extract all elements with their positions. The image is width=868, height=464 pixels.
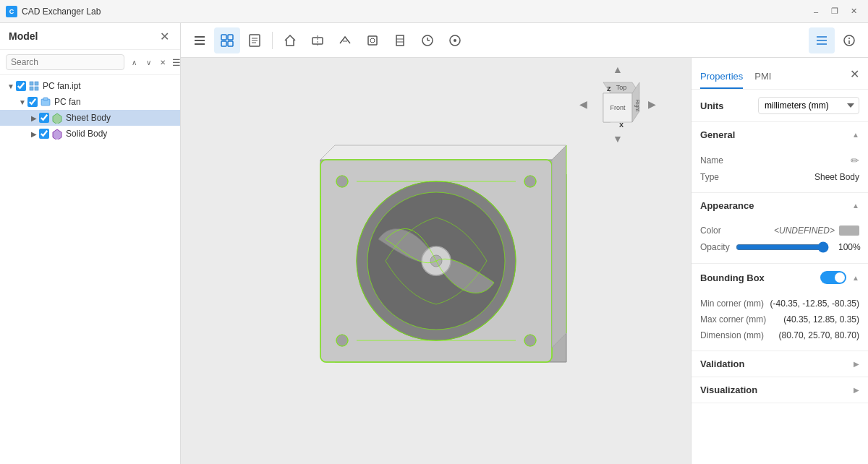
view-side-button[interactable] — [387, 27, 413, 53]
measure-button[interactable] — [414, 27, 441, 53]
minimize-button[interactable]: – — [807, 4, 825, 19]
svg-rect-22 — [368, 36, 377, 45]
tree-item-pc-fan-ipt[interactable]: ▼ PC fan.ipt — [0, 78, 180, 94]
name-label: Name — [700, 155, 723, 166]
annotate-button[interactable] — [442, 27, 468, 53]
svg-rect-11 — [221, 35, 226, 40]
part-icon — [40, 96, 51, 108]
close-button[interactable]: ✕ — [845, 4, 862, 19]
expand-icon-pc-fan[interactable]: ▼ — [17, 97, 27, 107]
nav-arrow-right[interactable]: ▶ — [648, 98, 656, 110]
pmi-panel-button[interactable] — [836, 27, 862, 53]
maximize-button[interactable]: ❐ — [826, 4, 843, 19]
nav-arrow-up[interactable]: ▲ — [613, 64, 623, 75]
units-select[interactable]: millimeters (mm) inches (in) centimeters… — [758, 97, 859, 114]
bounding-box-section-header[interactable]: Bounding Box ▲ — [692, 264, 868, 291]
tree-item-solid-body[interactable]: ▶ Solid Body — [0, 126, 180, 142]
expand-icon-sheet-body[interactable]: ▶ — [29, 113, 39, 123]
visualization-section-title: Visualization — [700, 384, 757, 395]
tree-item-sheet-body[interactable]: ▶ Sheet Body — [0, 110, 180, 126]
svg-rect-2 — [30, 87, 33, 90]
tab-properties[interactable]: Properties — [700, 65, 743, 89]
right-panel-close-button[interactable]: ✕ — [850, 67, 859, 81]
visualization-section: Visualization ▶ — [692, 377, 868, 403]
tab-pmi[interactable]: PMI — [754, 65, 771, 89]
toolbar-separator-1 — [272, 32, 273, 49]
dimension-label: Dimension (mm) — [700, 330, 764, 340]
tree-label-solid-body: Solid Body — [66, 129, 107, 139]
appearance-section-toggle: ▲ — [852, 202, 859, 210]
visibility-checkbox-sheet-body[interactable] — [39, 113, 49, 123]
bounding-box-content: Min corner (mm) (-40.35, -12.85, -80.35)… — [692, 291, 868, 351]
max-corner-value: (40.35, 12.85, 0.35) — [783, 314, 859, 325]
view-home-button[interactable] — [277, 27, 303, 53]
properties-panel-button[interactable] — [809, 27, 835, 53]
document-view-button[interactable] — [242, 27, 268, 53]
validation-section-title: Validation — [700, 358, 744, 369]
hamburger-menu-button[interactable] — [187, 27, 213, 53]
nav-cube-container: ▲ ◀ Top — [579, 64, 656, 145]
left-panel: Model ✕ ∧ ∨ ✕ ☰ ▼ PC fan.ipt — [0, 23, 181, 464]
view-fit-button[interactable] — [305, 27, 331, 53]
expand-icon-solid-body[interactable]: ▶ — [29, 129, 39, 139]
dimension-value: (80.70, 25.70, 80.70) — [779, 330, 859, 340]
app-title: CAD Exchanger Lab — [22, 7, 101, 17]
visualization-section-header[interactable]: Visualization ▶ — [692, 377, 868, 403]
view-top-button[interactable] — [332, 27, 358, 53]
svg-point-30 — [454, 39, 456, 42]
search-next-button[interactable]: ∨ — [142, 56, 155, 69]
bounding-box-section-title: Bounding Box — [700, 272, 765, 283]
filter-button[interactable]: ☰ — [172, 57, 181, 68]
name-value: ✏ — [851, 155, 859, 166]
visualization-section-toggle: ▶ — [854, 386, 859, 394]
fan-model-svg — [263, 102, 610, 420]
color-value: <UNDEFINED> — [774, 225, 859, 236]
svg-text:Front: Front — [610, 104, 626, 111]
svg-rect-5 — [43, 98, 48, 100]
general-section-toggle: ▲ — [852, 131, 859, 139]
validation-section-toggle: ▶ — [854, 360, 859, 368]
color-row: Color <UNDEFINED> — [700, 223, 859, 239]
type-row: Type Sheet Body — [700, 169, 859, 185]
nav-arrow-down[interactable]: ▼ — [613, 133, 623, 145]
min-corner-value: (-40.35, -12.85, -80.35) — [770, 298, 859, 309]
search-prev-button[interactable]: ∧ — [127, 56, 140, 69]
viewport[interactable]: ▲ ◀ Top — [181, 58, 691, 464]
appearance-section: Appearance ▲ Color <UNDEFINED> Opaci — [692, 193, 868, 264]
units-label: Units — [700, 100, 724, 111]
expand-icon[interactable]: ▼ — [6, 81, 16, 91]
svg-text:X: X — [619, 121, 624, 129]
edit-name-icon[interactable]: ✏ — [851, 155, 859, 166]
search-input[interactable] — [6, 54, 124, 70]
navigation-cube[interactable]: Top Front Right Z — [589, 75, 647, 133]
view-front-button[interactable] — [359, 27, 386, 53]
type-value: Sheet Body — [814, 172, 859, 182]
visibility-checkbox-pc-fan[interactable] — [27, 97, 38, 107]
tree-label-pc-fan: PC fan — [54, 97, 81, 107]
units-section: Units millimeters (mm) inches (in) centi… — [692, 90, 868, 122]
appearance-section-header[interactable]: Appearance ▲ — [692, 193, 868, 218]
tree-item-pc-fan[interactable]: ▼ PC fan — [0, 94, 180, 110]
right-panel-tabs: Properties PMI — [700, 65, 771, 89]
svg-point-23 — [370, 38, 375, 43]
solid-body-icon — [51, 128, 63, 139]
structure-view-button[interactable] — [214, 27, 240, 53]
visibility-checkbox-pc-fan-ipt[interactable] — [16, 81, 26, 91]
right-panel: Properties PMI ✕ Units millimeters (mm) … — [691, 58, 868, 464]
panel-close-button[interactable]: ✕ — [157, 29, 171, 43]
nav-arrow-left[interactable]: ◀ — [579, 98, 587, 110]
opacity-value: 100% — [835, 242, 861, 252]
opacity-slider[interactable] — [736, 241, 829, 253]
color-swatch[interactable] — [839, 225, 859, 236]
general-section-header[interactable]: General ▲ — [692, 122, 868, 147]
search-nav: ∧ ∨ ✕ — [127, 56, 169, 69]
name-row: Name ✏ — [700, 152, 859, 169]
validation-section-header[interactable]: Validation ▶ — [692, 351, 868, 377]
search-clear-button[interactable]: ✕ — [156, 56, 169, 69]
svg-rect-0 — [30, 82, 33, 85]
bounding-box-section-toggle: ▲ — [852, 274, 859, 282]
visibility-checkbox-solid-body[interactable] — [39, 129, 49, 139]
validation-section: Validation ▶ — [692, 351, 868, 377]
bounding-box-toggle[interactable] — [820, 271, 846, 284]
toggle-knob — [835, 272, 845, 283]
